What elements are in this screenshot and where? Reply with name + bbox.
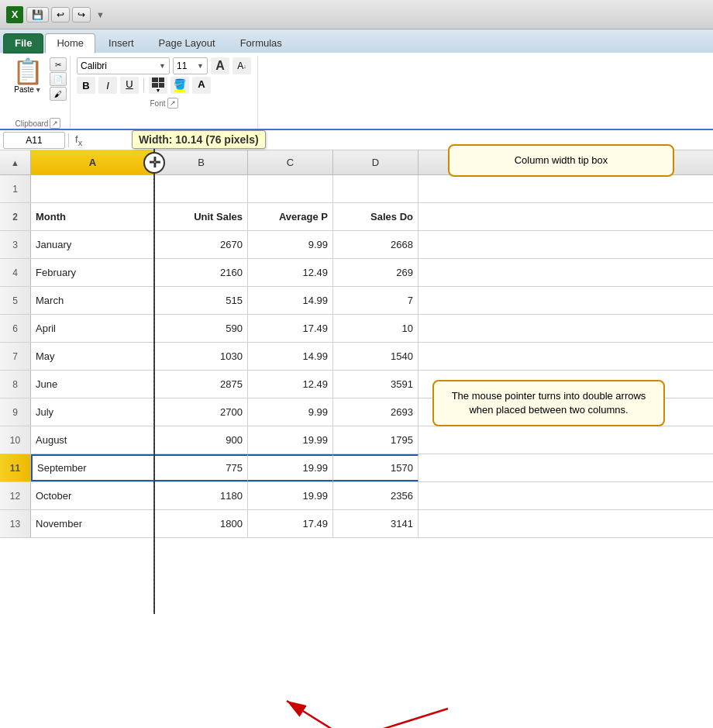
- row-num[interactable]: 7: [0, 343, 31, 370]
- cell-c13[interactable]: 17.49: [248, 510, 333, 537]
- cell-b1[interactable]: [155, 175, 248, 202]
- cell-b5[interactable]: 515: [155, 287, 248, 314]
- underline-button[interactable]: U: [120, 77, 139, 94]
- cell-a6[interactable]: April: [31, 315, 155, 342]
- cell-a3[interactable]: January: [31, 231, 155, 258]
- row-num[interactable]: 5: [0, 287, 31, 314]
- name-box-value: A11: [26, 135, 42, 146]
- cell-a1[interactable]: [31, 175, 155, 202]
- cell-a5[interactable]: March: [31, 287, 155, 314]
- row-num[interactable]: 13: [0, 510, 31, 537]
- font-color-button[interactable]: A: [192, 77, 211, 94]
- cell-c7[interactable]: 14.99: [248, 343, 333, 370]
- cell-d13[interactable]: 3141: [333, 510, 418, 537]
- cell-d4[interactable]: 269: [333, 259, 418, 286]
- cell-c5[interactable]: 14.99: [248, 287, 333, 314]
- row-num[interactable]: 4: [0, 259, 31, 286]
- row-num[interactable]: 12: [0, 482, 31, 509]
- cell-d12[interactable]: 2356: [333, 482, 418, 509]
- row-num[interactable]: 3: [0, 231, 31, 258]
- cell-a7[interactable]: May: [31, 343, 155, 370]
- cell-a11[interactable]: September: [31, 454, 155, 481]
- cell-a4[interactable]: February: [31, 259, 155, 286]
- font-dialog-launcher[interactable]: ↗: [167, 98, 178, 109]
- tab-formulas[interactable]: Formulas: [229, 33, 294, 53]
- cell-d6[interactable]: 10: [333, 315, 418, 342]
- cell-d2[interactable]: Sales Do: [333, 203, 418, 230]
- row-num-selected[interactable]: 11: [0, 454, 31, 481]
- corner-cell[interactable]: ▲: [0, 150, 31, 174]
- font-size-value: 11: [177, 60, 187, 71]
- cell-b9[interactable]: 2700: [155, 399, 248, 426]
- tab-file[interactable]: File: [3, 33, 43, 53]
- name-box[interactable]: A11: [3, 132, 65, 149]
- cell-d8[interactable]: 3591: [333, 371, 418, 398]
- cell-d1[interactable]: [333, 175, 418, 202]
- col-header-d[interactable]: D: [333, 150, 418, 174]
- cell-b13[interactable]: 1800: [155, 510, 248, 537]
- cell-d9[interactable]: 2693: [333, 399, 418, 426]
- cell-b12[interactable]: 1180: [155, 482, 248, 509]
- tab-page-layout[interactable]: Page Layout: [147, 33, 227, 53]
- paste-label: Paste: [14, 85, 34, 94]
- cell-b7[interactable]: 1030: [155, 343, 248, 370]
- cell-b8[interactable]: 2875: [155, 371, 248, 398]
- cell-a9[interactable]: July: [31, 399, 155, 426]
- row-num[interactable]: 1: [0, 175, 31, 202]
- cell-b6[interactable]: 590: [155, 315, 248, 342]
- row-num[interactable]: 2: [0, 203, 31, 230]
- bold-button[interactable]: B: [77, 77, 95, 94]
- cell-a8[interactable]: June: [31, 371, 155, 398]
- cell-c6[interactable]: 17.49: [248, 315, 333, 342]
- font-name-dropdown[interactable]: Calibri ▼: [77, 57, 170, 74]
- paste-button[interactable]: 📋 Paste ▼: [9, 57, 46, 95]
- cell-d3[interactable]: 2668: [333, 231, 418, 258]
- italic-button[interactable]: I: [98, 77, 117, 94]
- cell-b4[interactable]: 2160: [155, 259, 248, 286]
- font-size-dropdown[interactable]: 11 ▼: [173, 57, 208, 74]
- format-painter-button[interactable]: 🖌: [50, 87, 67, 101]
- cell-c9[interactable]: 9.99: [248, 399, 333, 426]
- cell-d7[interactable]: 1540: [333, 343, 418, 370]
- quick-access-toolbar: 💾 ↩ ↪ ▼: [26, 7, 105, 22]
- save-button[interactable]: 💾: [26, 7, 49, 22]
- cell-a12[interactable]: October: [31, 482, 155, 509]
- cell-b3[interactable]: 2670: [155, 231, 248, 258]
- cell-a10[interactable]: August: [31, 426, 155, 454]
- cell-b11[interactable]: 775: [155, 454, 248, 481]
- undo-button[interactable]: ↩: [51, 7, 70, 22]
- tab-insert[interactable]: Insert: [97, 33, 146, 53]
- clipboard-dialog-launcher[interactable]: ↗: [50, 118, 60, 129]
- cell-d10[interactable]: 1795: [333, 426, 418, 454]
- redo-button[interactable]: ↪: [72, 7, 91, 22]
- cell-c8[interactable]: 12.49: [248, 371, 333, 398]
- cell-c2[interactable]: Average P: [248, 203, 333, 230]
- row-num[interactable]: 6: [0, 315, 31, 342]
- tab-home[interactable]: Home: [45, 33, 95, 53]
- grow-font-button[interactable]: A: [211, 57, 229, 74]
- cut-button[interactable]: ✂: [50, 57, 67, 71]
- row-num[interactable]: 10: [0, 426, 31, 454]
- cell-a13[interactable]: November: [31, 510, 155, 537]
- cell-c3[interactable]: 9.99: [248, 231, 333, 258]
- cell-c11[interactable]: 19.99: [248, 454, 333, 481]
- cell-b2[interactable]: Unit Sales: [155, 203, 248, 230]
- row-num[interactable]: 8: [0, 371, 31, 398]
- cell-b10[interactable]: 900: [155, 426, 248, 454]
- borders-button[interactable]: ▼: [149, 77, 167, 94]
- fill-color-button[interactable]: 🪣: [170, 77, 189, 94]
- col-header-a[interactable]: A ✛: [31, 150, 155, 174]
- cell-c10[interactable]: 19.99: [248, 426, 333, 454]
- cell-c12[interactable]: 19.99: [248, 482, 333, 509]
- cell-d11[interactable]: 1570: [333, 454, 418, 481]
- clipboard-label: Clipboard ↗: [9, 118, 67, 129]
- cell-c4[interactable]: 12.49: [248, 259, 333, 286]
- col-header-b[interactable]: B: [155, 150, 248, 174]
- cell-a2[interactable]: Month: [31, 203, 155, 230]
- shrink-font-button[interactable]: A↓: [232, 57, 251, 74]
- copy-button[interactable]: 📄: [50, 72, 67, 86]
- row-num[interactable]: 9: [0, 399, 31, 426]
- cell-c1[interactable]: [248, 175, 333, 202]
- col-header-c[interactable]: C: [248, 150, 333, 174]
- cell-d5[interactable]: 7: [333, 287, 418, 314]
